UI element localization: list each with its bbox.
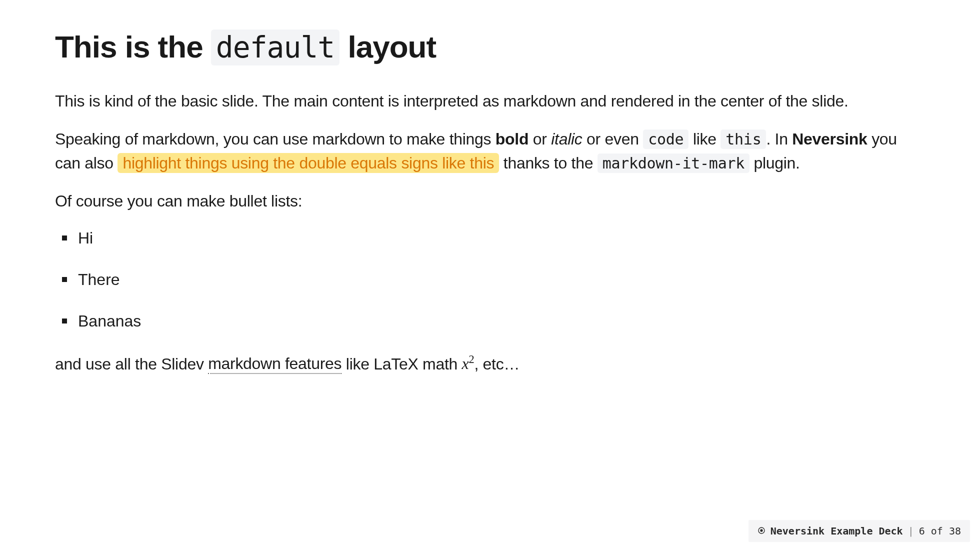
title-post: layout <box>340 30 436 64</box>
intro-paragraph: This is kind of the basic slide. The mai… <box>55 89 925 113</box>
brand-name: Neversink <box>792 130 867 148</box>
latex-math: x2 <box>462 354 474 372</box>
text: plugin. <box>750 154 800 172</box>
markdown-paragraph: Speaking of markdown, you can use markdo… <box>55 127 925 175</box>
bullets-intro: Of course you can make bullet lists: <box>55 189 925 213</box>
math-base: x <box>462 354 469 372</box>
slide-footer: Neversink Example Deck | 6 of 38 <box>748 520 970 542</box>
code-sample: code <box>643 130 688 149</box>
separator: | <box>908 525 914 537</box>
bullet-list: Hi There Bananas <box>55 227 925 332</box>
text: and use all the Slidev <box>55 354 208 372</box>
plugin-name: markdown-it-mark <box>598 154 750 173</box>
text: . In <box>766 130 792 148</box>
slide: This is the default layout This is kind … <box>0 0 980 552</box>
list-item: Bananas <box>55 310 925 332</box>
text: Speaking of markdown, you can use markdo… <box>55 130 496 148</box>
svg-point-1 <box>760 530 762 532</box>
list-item: Hi <box>55 227 925 250</box>
text: , etc… <box>474 354 520 372</box>
text: or even <box>582 130 643 148</box>
title-pre: This is the <box>55 30 211 64</box>
title-code: default <box>211 30 340 66</box>
slide-title: This is the default layout <box>55 30 925 64</box>
list-item: There <box>55 268 925 291</box>
closing-paragraph: and use all the Slidev markdown features… <box>55 352 925 376</box>
highlight-sample: highlight things using the double equals… <box>118 153 499 173</box>
italic-sample: italic <box>551 130 582 148</box>
deck-title: Neversink Example Deck <box>770 525 903 537</box>
page-counter: 6 of 38 <box>919 525 961 537</box>
text: like <box>688 130 720 148</box>
text: or <box>528 130 551 148</box>
markdown-features-link[interactable]: markdown features <box>208 354 342 374</box>
math-exponent: 2 <box>469 354 474 366</box>
bold-sample: bold <box>496 130 528 148</box>
logo-icon <box>758 525 766 537</box>
text: like LaTeX math <box>342 354 462 372</box>
code-sample: this <box>720 130 766 149</box>
text: thanks to the <box>499 154 598 172</box>
